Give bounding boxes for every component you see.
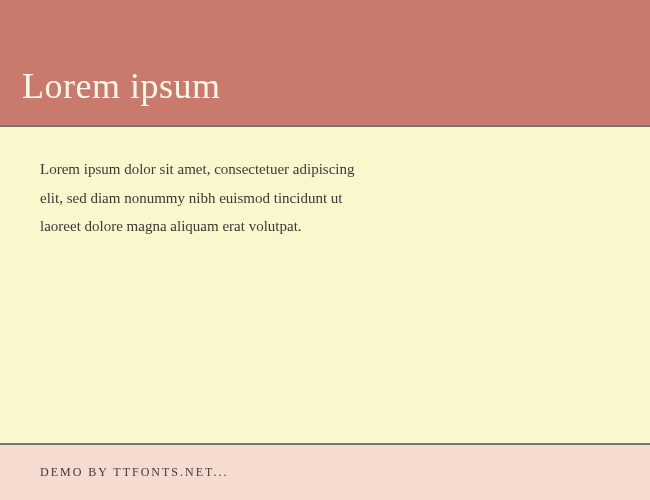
header: Lorem ipsum — [0, 0, 650, 125]
page-title: Lorem ipsum — [22, 65, 220, 107]
main-content: Lorem ipsum dolor sit amet, consectetuer… — [0, 127, 650, 443]
footer-text: DEMO BY TTFONTS.NET... — [40, 465, 228, 480]
body-text: Lorem ipsum dolor sit amet, consectetuer… — [40, 155, 360, 241]
footer: DEMO BY TTFONTS.NET... — [0, 445, 650, 500]
